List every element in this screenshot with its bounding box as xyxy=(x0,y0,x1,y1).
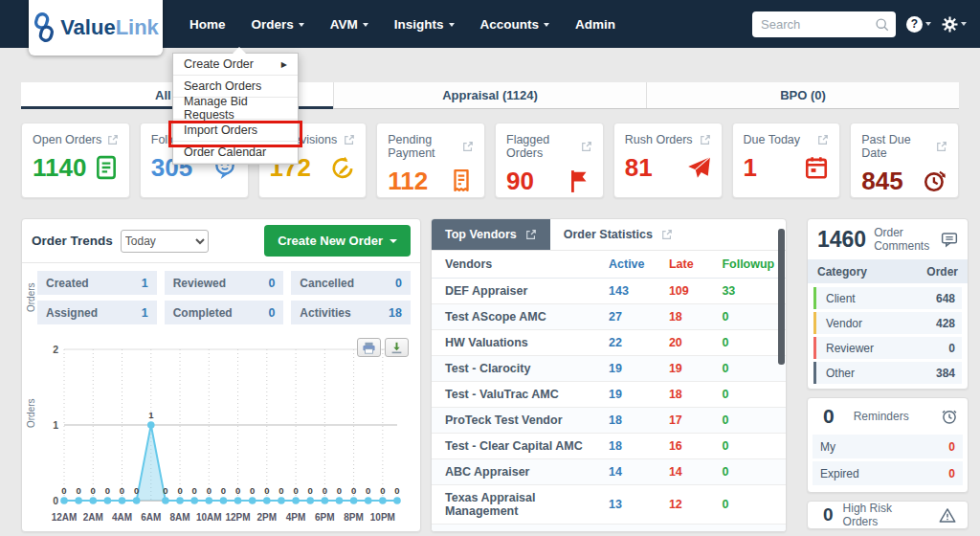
external-link-icon xyxy=(344,134,355,145)
category-row-other[interactable]: Other384 xyxy=(813,362,962,384)
nav-item-insights[interactable]: Insights xyxy=(394,17,455,32)
vendor-cell: 27 xyxy=(609,304,669,330)
calendar-icon xyxy=(804,155,829,180)
vendor-cell: ABC Appraiser xyxy=(432,459,609,485)
reminder-rows: My0Expired0 xyxy=(808,435,968,492)
svg-text:0: 0 xyxy=(380,485,385,496)
vendor-row-test-clear-capital-amc[interactable]: Test - Clear Capital AMC18160 xyxy=(432,434,786,459)
download-chart-button[interactable] xyxy=(385,338,409,357)
external-link-icon xyxy=(525,229,537,240)
brand-logo[interactable]: ValueLink xyxy=(29,0,163,56)
svg-text:0: 0 xyxy=(366,485,370,496)
vendor-row-bob-acme[interactable]: Bob Acme1090 xyxy=(432,525,786,533)
nav-item-admin[interactable]: Admin xyxy=(575,17,615,32)
order-trends-stats: Orders Created1Reviewed0Cancelled0Assign… xyxy=(22,263,420,330)
vendor-cell: Test - Clarocity xyxy=(432,356,609,382)
search-input[interactable] xyxy=(759,16,875,33)
category-value: 0 xyxy=(948,342,955,355)
svg-text:0: 0 xyxy=(250,485,255,496)
card-past-due-date[interactable]: Past Due Date845 xyxy=(850,123,959,198)
vendor-cell: 0 xyxy=(722,459,786,485)
svg-text:0: 0 xyxy=(278,485,283,496)
chain-link-logo-icon xyxy=(33,12,56,43)
vendor-row-hw-valuations[interactable]: HW Valuations22200 xyxy=(432,330,786,356)
svg-text:0: 0 xyxy=(235,485,240,496)
nav-item-avm[interactable]: AVM xyxy=(330,17,368,32)
nav-item-home[interactable]: Home xyxy=(189,17,226,32)
card-label: Open Orders xyxy=(33,133,101,146)
vendor-cell: Texas Appraisal Management xyxy=(432,485,609,525)
card-label: Past Due Date xyxy=(861,133,936,160)
search-box[interactable] xyxy=(752,11,896,37)
card-label: Flagged Orders xyxy=(506,133,581,160)
vendor-row-proteck-test-vendor[interactable]: ProTeck Test Vendor18170 xyxy=(432,408,786,434)
active-col-header: Active xyxy=(609,251,669,279)
tab-bpo-0[interactable]: BPO (0) xyxy=(647,82,959,108)
vendor-row-def-appraiser[interactable]: DEF Appraiser14310933 xyxy=(432,279,786,304)
category-table-header: Category Order xyxy=(808,259,968,283)
svg-text:0: 0 xyxy=(163,485,167,496)
reminder-value: 0 xyxy=(948,440,955,454)
card-value: 845 xyxy=(861,168,902,193)
category-row-client[interactable]: Client648 xyxy=(813,287,962,309)
trend-range-select[interactable]: Today xyxy=(121,230,209,253)
card-due-today[interactable]: Due Today1 xyxy=(732,123,841,198)
vendor-cell: 12 xyxy=(669,485,723,525)
tab-appraisal-1124[interactable]: Appraisal (1124) xyxy=(334,82,647,108)
document-icon xyxy=(94,155,119,180)
menu-item-import-orders[interactable]: Import Orders xyxy=(173,120,298,142)
vendor-row-test-valutrac-amc[interactable]: Test - ValuTrac AMC19180 xyxy=(432,382,786,408)
stat-label: Activities xyxy=(300,306,350,320)
print-chart-button[interactable] xyxy=(357,338,381,357)
vendor-row-texas-appraisal-management[interactable]: Texas Appraisal Management13120 xyxy=(432,485,786,525)
vendor-row-abc-appraiser[interactable]: ABC Appraiser14140 xyxy=(432,459,786,485)
create-new-order-button[interactable]: Create New Order xyxy=(264,225,411,257)
stat-label: Cancelled xyxy=(300,277,354,290)
menu-item-create-order[interactable]: Create Order▶ xyxy=(173,54,298,76)
vendor-row-test-clarocity[interactable]: Test - Clarocity19190 xyxy=(432,356,786,382)
create-new-order-label: Create New Order xyxy=(278,234,383,248)
reminders-label: Reminders xyxy=(854,410,909,423)
svg-text:0: 0 xyxy=(53,495,58,506)
stat-chip-reviewed: Reviewed0 xyxy=(165,271,284,295)
card-pending-payment[interactable]: Pending Payment112 xyxy=(376,123,485,198)
help-menu-button[interactable]: ? xyxy=(906,16,931,33)
receipt-clock-icon xyxy=(449,168,474,193)
vendor-cell: 20 xyxy=(669,330,723,356)
reminder-row-expired[interactable]: Expired0 xyxy=(813,461,963,485)
trend-stat-chips: Created1Reviewed0Cancelled0Assigned1Comp… xyxy=(37,271,411,324)
tab-order-statistics[interactable]: Order Statistics xyxy=(550,219,686,250)
card-flagged-orders[interactable]: Flagged Orders90 xyxy=(495,123,604,198)
vendor-row-test-ascope-amc[interactable]: Test AScope AMC27180 xyxy=(432,304,786,330)
svg-text:0: 0 xyxy=(293,485,298,496)
vendor-cell: 0 xyxy=(722,356,786,382)
stat-chip-assigned: Assigned1 xyxy=(37,301,157,324)
high-risk-orders-card[interactable]: 0 High Risk Orders xyxy=(807,501,969,529)
chevron-down-icon xyxy=(925,22,931,26)
menu-item-manage-bid-requests[interactable]: Manage Bid Requests xyxy=(173,98,298,120)
top-vendors-panel: Top VendorsOrder Statistics Vendors Acti… xyxy=(431,218,787,532)
vendors-scrollbar[interactable] xyxy=(778,229,785,365)
order-trends-title: Order Trends xyxy=(32,234,113,248)
menu-item-order-calendar[interactable]: Order Calendar xyxy=(173,142,298,164)
nav-item-label: Accounts xyxy=(480,17,540,32)
svg-text:0: 0 xyxy=(91,485,96,496)
vendors-table: Vendors Active Late Followup DEF Apprais… xyxy=(432,251,786,532)
order-comments-card[interactable]: 1460 Order Comments Category Order Clien… xyxy=(807,218,969,390)
reminders-card[interactable]: 0 Reminders My0Expired0 xyxy=(807,397,969,493)
nav-item-accounts[interactable]: Accounts xyxy=(480,17,550,32)
category-row-vendor[interactable]: Vendor428 xyxy=(813,312,962,334)
settings-menu-button[interactable] xyxy=(942,16,967,33)
category-row-reviewer[interactable]: Reviewer0 xyxy=(813,337,962,359)
card-open-orders[interactable]: Open Orders1140 xyxy=(21,123,130,198)
vendor-cell: 18 xyxy=(609,408,669,434)
tab-top-vendors[interactable]: Top Vendors xyxy=(432,219,550,250)
svg-text:0: 0 xyxy=(134,485,139,496)
chevron-down-icon xyxy=(390,239,397,243)
nav-item-orders[interactable]: Orders xyxy=(252,17,304,32)
reminder-row-my[interactable]: My0 xyxy=(813,435,963,458)
printer-icon xyxy=(362,342,376,354)
card-rush-orders[interactable]: Rush Orders81 xyxy=(613,123,723,198)
order-trends-panel: Order Trends Today Create New Order Orde… xyxy=(21,218,421,532)
order-trends-chart-area: Orders 01200000010000000000000000012AM2A… xyxy=(22,330,420,529)
